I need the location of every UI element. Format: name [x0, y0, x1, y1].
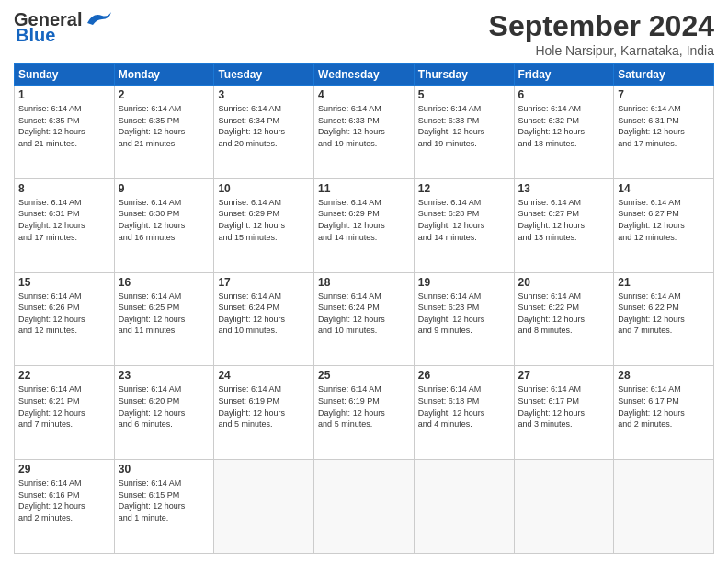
day-info: Sunrise: 6:14 AM Sunset: 6:32 PM Dayligh… [518, 103, 610, 149]
table-row: 3Sunrise: 6:14 AM Sunset: 6:34 PM Daylig… [214, 86, 314, 179]
table-row: 5Sunrise: 6:14 AM Sunset: 6:33 PM Daylig… [414, 86, 514, 179]
table-row: 18Sunrise: 6:14 AM Sunset: 6:24 PM Dayli… [314, 272, 415, 366]
col-wednesday: Wednesday [314, 64, 415, 86]
table-row: 22Sunrise: 6:14 AM Sunset: 6:21 PM Dayli… [15, 366, 115, 460]
col-sunday: Sunday [15, 64, 115, 86]
day-number: 26 [418, 369, 510, 382]
table-row: 29Sunrise: 6:14 AM Sunset: 6:16 PM Dayli… [15, 460, 115, 554]
day-number: 16 [119, 276, 210, 289]
day-info: Sunrise: 6:14 AM Sunset: 6:22 PM Dayligh… [518, 291, 610, 337]
day-number: 30 [119, 463, 210, 476]
day-info: Sunrise: 6:14 AM Sunset: 6:15 PM Dayligh… [119, 477, 210, 523]
calendar-row: 29Sunrise: 6:14 AM Sunset: 6:16 PM Dayli… [15, 460, 714, 554]
table-row: 4Sunrise: 6:14 AM Sunset: 6:33 PM Daylig… [314, 86, 415, 179]
day-number: 25 [318, 369, 410, 382]
day-info: Sunrise: 6:14 AM Sunset: 6:20 PM Dayligh… [119, 384, 210, 430]
table-row [514, 460, 614, 554]
day-number: 17 [218, 276, 310, 289]
table-row: 23Sunrise: 6:14 AM Sunset: 6:20 PM Dayli… [114, 366, 214, 460]
day-info: Sunrise: 6:14 AM Sunset: 6:31 PM Dayligh… [18, 197, 110, 243]
day-info: Sunrise: 6:14 AM Sunset: 6:27 PM Dayligh… [618, 197, 710, 243]
day-number: 21 [618, 276, 710, 289]
day-number: 7 [618, 88, 710, 101]
calendar-row: 8Sunrise: 6:14 AM Sunset: 6:31 PM Daylig… [15, 178, 714, 272]
day-number: 8 [18, 182, 110, 195]
day-number: 5 [418, 88, 510, 101]
day-number: 19 [418, 276, 510, 289]
day-info: Sunrise: 6:14 AM Sunset: 6:18 PM Dayligh… [418, 384, 510, 430]
day-info: Sunrise: 6:14 AM Sunset: 6:16 PM Dayligh… [18, 477, 110, 523]
day-number: 14 [618, 182, 710, 195]
day-info: Sunrise: 6:14 AM Sunset: 6:21 PM Dayligh… [18, 384, 110, 430]
day-info: Sunrise: 6:14 AM Sunset: 6:24 PM Dayligh… [318, 291, 410, 337]
table-row: 14Sunrise: 6:14 AM Sunset: 6:27 PM Dayli… [614, 178, 714, 272]
table-row [314, 460, 415, 554]
table-row: 21Sunrise: 6:14 AM Sunset: 6:22 PM Dayli… [614, 272, 714, 366]
calendar-row: 1Sunrise: 6:14 AM Sunset: 6:35 PM Daylig… [15, 86, 714, 179]
day-info: Sunrise: 6:14 AM Sunset: 6:30 PM Dayligh… [119, 197, 210, 243]
table-row: 26Sunrise: 6:14 AM Sunset: 6:18 PM Dayli… [414, 366, 514, 460]
day-info: Sunrise: 6:14 AM Sunset: 6:17 PM Dayligh… [518, 384, 610, 430]
day-number: 6 [518, 88, 610, 101]
table-row: 13Sunrise: 6:14 AM Sunset: 6:27 PM Dayli… [514, 178, 614, 272]
table-row: 15Sunrise: 6:14 AM Sunset: 6:26 PM Dayli… [15, 272, 115, 366]
table-row: 27Sunrise: 6:14 AM Sunset: 6:17 PM Dayli… [514, 366, 614, 460]
table-row [414, 460, 514, 554]
day-number: 20 [518, 276, 610, 289]
table-row [614, 460, 714, 554]
calendar-header-row: Sunday Monday Tuesday Wednesday Thursday… [15, 64, 714, 86]
day-info: Sunrise: 6:14 AM Sunset: 6:19 PM Dayligh… [218, 384, 310, 430]
day-info: Sunrise: 6:14 AM Sunset: 6:22 PM Dayligh… [618, 291, 710, 337]
day-info: Sunrise: 6:14 AM Sunset: 6:28 PM Dayligh… [418, 197, 510, 243]
day-info: Sunrise: 6:14 AM Sunset: 6:31 PM Dayligh… [618, 103, 710, 149]
table-row: 25Sunrise: 6:14 AM Sunset: 6:19 PM Dayli… [314, 366, 415, 460]
day-number: 15 [18, 276, 110, 289]
table-row: 16Sunrise: 6:14 AM Sunset: 6:25 PM Dayli… [114, 272, 214, 366]
day-number: 24 [218, 369, 310, 382]
table-row: 30Sunrise: 6:14 AM Sunset: 6:15 PM Dayli… [114, 460, 214, 554]
table-row: 1Sunrise: 6:14 AM Sunset: 6:35 PM Daylig… [15, 86, 115, 179]
calendar-row: 22Sunrise: 6:14 AM Sunset: 6:21 PM Dayli… [15, 366, 714, 460]
day-number: 13 [518, 182, 610, 195]
day-number: 22 [18, 369, 110, 382]
day-number: 10 [218, 182, 310, 195]
day-info: Sunrise: 6:14 AM Sunset: 6:24 PM Dayligh… [218, 291, 310, 337]
table-row: 19Sunrise: 6:14 AM Sunset: 6:23 PM Dayli… [414, 272, 514, 366]
day-number: 23 [119, 369, 210, 382]
day-number: 12 [418, 182, 510, 195]
col-thursday: Thursday [414, 64, 514, 86]
col-saturday: Saturday [614, 64, 714, 86]
day-info: Sunrise: 6:14 AM Sunset: 6:25 PM Dayligh… [119, 291, 210, 337]
table-row: 20Sunrise: 6:14 AM Sunset: 6:22 PM Dayli… [514, 272, 614, 366]
table-row: 9Sunrise: 6:14 AM Sunset: 6:30 PM Daylig… [114, 178, 214, 272]
table-row: 2Sunrise: 6:14 AM Sunset: 6:35 PM Daylig… [114, 86, 214, 179]
day-info: Sunrise: 6:14 AM Sunset: 6:17 PM Dayligh… [618, 384, 710, 430]
table-row: 11Sunrise: 6:14 AM Sunset: 6:29 PM Dayli… [314, 178, 415, 272]
day-number: 3 [218, 88, 310, 101]
table-row: 12Sunrise: 6:14 AM Sunset: 6:28 PM Dayli… [414, 178, 514, 272]
table-row: 17Sunrise: 6:14 AM Sunset: 6:24 PM Dayli… [214, 272, 314, 366]
day-info: Sunrise: 6:14 AM Sunset: 6:34 PM Dayligh… [218, 103, 310, 149]
day-info: Sunrise: 6:14 AM Sunset: 6:35 PM Dayligh… [18, 103, 110, 149]
logo: General Blue [14, 9, 113, 46]
col-friday: Friday [514, 64, 614, 86]
month-title: September 2024 [489, 9, 714, 43]
day-number: 1 [18, 88, 110, 101]
day-number: 29 [18, 463, 110, 476]
day-number: 28 [618, 369, 710, 382]
day-number: 9 [119, 182, 210, 195]
day-info: Sunrise: 6:14 AM Sunset: 6:29 PM Dayligh… [218, 197, 310, 243]
day-info: Sunrise: 6:14 AM Sunset: 6:29 PM Dayligh… [318, 197, 410, 243]
logo-bird-icon [84, 8, 113, 29]
table-row: 6Sunrise: 6:14 AM Sunset: 6:32 PM Daylig… [514, 86, 614, 179]
calendar-row: 15Sunrise: 6:14 AM Sunset: 6:26 PM Dayli… [15, 272, 714, 366]
location: Hole Narsipur, Karnataka, India [489, 43, 714, 58]
day-info: Sunrise: 6:14 AM Sunset: 6:19 PM Dayligh… [318, 384, 410, 430]
day-info: Sunrise: 6:14 AM Sunset: 6:26 PM Dayligh… [18, 291, 110, 337]
day-info: Sunrise: 6:14 AM Sunset: 6:23 PM Dayligh… [418, 291, 510, 337]
day-number: 18 [318, 276, 410, 289]
day-number: 4 [318, 88, 410, 101]
day-info: Sunrise: 6:14 AM Sunset: 6:27 PM Dayligh… [518, 197, 610, 243]
page: General Blue September 2024 Hole Narsipu… [0, 0, 728, 563]
day-number: 2 [119, 88, 210, 101]
